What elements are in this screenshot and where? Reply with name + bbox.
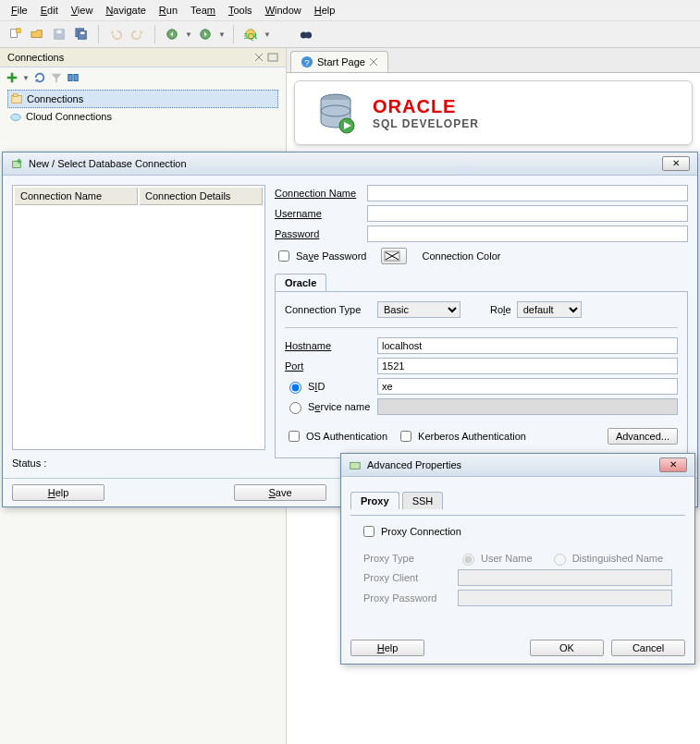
lbl-distinguished-name: Distinguished Name — [572, 553, 663, 564]
btn-advanced[interactable]: Advanced... — [608, 428, 678, 445]
input-sid[interactable] — [377, 378, 678, 395]
radio-sid[interactable] — [289, 382, 301, 394]
lbl-hostname: Hostname — [285, 340, 372, 351]
product-name: SQL DEVELOPER — [373, 117, 479, 130]
select-role[interactable]: default — [517, 301, 582, 318]
menu-navigate[interactable]: Navigate — [100, 3, 151, 18]
menu-help[interactable]: Help — [309, 3, 341, 18]
radio-service-name[interactable] — [289, 402, 301, 414]
binoculars-icon[interactable] — [297, 25, 315, 43]
menu-file[interactable]: File — [6, 3, 33, 18]
svg-rect-1 — [17, 29, 20, 32]
add-dropdown-icon[interactable]: ▼ — [22, 74, 30, 82]
menu-edit[interactable]: Edit — [35, 3, 64, 18]
lbl-proxy-connection: Proxy Connection — [381, 526, 461, 537]
lbl-kerberos: Kerberos Authentication — [418, 431, 526, 442]
forward-dropdown-icon[interactable]: ▼ — [218, 30, 226, 39]
menu-window[interactable]: Window — [260, 3, 307, 18]
select-connection-type[interactable]: Basic — [377, 301, 461, 318]
lbl-sid: SID — [308, 381, 325, 392]
tab-proxy[interactable]: Proxy — [350, 492, 399, 509]
input-proxy-client — [458, 569, 672, 586]
lbl-user-name-radio: User Name — [481, 553, 533, 564]
tab-close-icon[interactable] — [369, 57, 378, 67]
connections-table-body — [15, 207, 138, 447]
back-dropdown-icon[interactable]: ▼ — [185, 30, 192, 39]
lbl-port: Port — [285, 360, 372, 372]
connection-dialog-close[interactable]: ✕ — [662, 156, 690, 171]
pane-restore-icon[interactable] — [267, 53, 278, 62]
database-icon — [313, 91, 358, 135]
sql-dropdown-icon[interactable]: ▼ — [264, 30, 271, 39]
forward-icon[interactable] — [196, 25, 215, 43]
chk-os-auth[interactable] — [289, 431, 300, 442]
input-hostname[interactable] — [377, 337, 678, 354]
input-password[interactable] — [367, 226, 688, 242]
connections-tree: Connections Cloud Connections — [0, 88, 286, 127]
save-icon[interactable] — [50, 25, 68, 43]
lbl-connection-type: Connection Type — [285, 304, 372, 315]
input-connection-name[interactable] — [367, 185, 688, 201]
redo-icon[interactable] — [129, 25, 147, 43]
undo-icon[interactable] — [106, 25, 125, 43]
btn-save[interactable]: Save — [234, 484, 326, 501]
tab-ssh[interactable]: SSH — [402, 492, 444, 509]
lbl-proxy-type: Proxy Type — [363, 553, 452, 564]
tns-icon[interactable] — [67, 71, 80, 84]
tree-cloud-label: Cloud Connections — [26, 111, 112, 122]
back-icon[interactable] — [163, 25, 181, 43]
cloud-icon — [9, 110, 22, 123]
btn-connection-color[interactable] — [381, 248, 407, 264]
folder-connections-icon — [10, 92, 23, 105]
lbl-proxy-password: Proxy Password — [363, 592, 452, 604]
btn-adv-ok[interactable]: OK — [530, 640, 604, 656]
svg-text:?: ? — [304, 57, 309, 67]
add-connection-icon[interactable] — [6, 71, 18, 84]
menu-team[interactable]: Team — [185, 3, 221, 18]
input-port[interactable] — [377, 358, 678, 374]
lbl-password: Password — [275, 228, 362, 239]
tree-cloud-connections[interactable]: Cloud Connections — [7, 108, 278, 125]
svg-point-12 — [305, 31, 312, 38]
lbl-os-auth: OS Authentication — [306, 431, 387, 442]
advanced-dialog-close[interactable]: ✕ — [659, 457, 687, 472]
lbl-connection-name: Connection Name — [275, 188, 362, 199]
advanced-dialog-title: Advanced Properties ✕ — [341, 454, 694, 477]
chk-kerberos[interactable] — [400, 431, 411, 442]
svg-text:SQL: SQL — [244, 30, 257, 41]
btn-adv-help[interactable]: Help — [350, 640, 424, 656]
advanced-icon — [349, 458, 362, 471]
svg-rect-13 — [268, 54, 277, 61]
lbl-role: Role — [490, 304, 511, 315]
col-connection-name[interactable]: Connection Name — [15, 188, 138, 205]
save-all-icon[interactable] — [72, 25, 91, 43]
menu-run[interactable]: Run — [154, 3, 183, 18]
tab-oracle[interactable]: Oracle — [275, 274, 326, 291]
open-icon[interactable] — [28, 25, 46, 43]
tab-start-page[interactable]: ? Start Page — [290, 51, 388, 72]
svg-point-18 — [11, 114, 21, 120]
new-connection-icon — [10, 157, 23, 170]
refresh-icon[interactable] — [33, 71, 46, 84]
tree-connections[interactable]: Connections — [7, 90, 278, 108]
svg-rect-6 — [80, 31, 84, 34]
connections-header: Connections — [0, 48, 286, 67]
lbl-connection-color: Connection Color — [422, 250, 500, 262]
lbl-proxy-client: Proxy Client — [363, 572, 452, 583]
chk-save-password[interactable] — [278, 250, 289, 262]
pane-close-icon[interactable] — [254, 53, 264, 62]
editor-tabs: ? Start Page — [287, 48, 700, 73]
col-connection-details[interactable]: Connection Details — [140, 188, 263, 205]
chk-proxy-connection[interactable] — [363, 526, 375, 537]
btn-help[interactable]: Help — [12, 484, 104, 501]
menu-view[interactable]: View — [66, 3, 99, 18]
new-icon[interactable] — [6, 25, 24, 43]
svg-rect-14 — [68, 75, 72, 81]
sql-icon[interactable]: SQL — [241, 25, 260, 43]
input-username[interactable] — [367, 205, 688, 222]
btn-adv-cancel[interactable]: Cancel — [611, 640, 685, 656]
menu-tools[interactable]: Tools — [223, 3, 258, 18]
filter-icon[interactable] — [50, 71, 63, 84]
tree-connections-label: Connections — [27, 93, 83, 104]
help-icon: ? — [301, 55, 313, 68]
